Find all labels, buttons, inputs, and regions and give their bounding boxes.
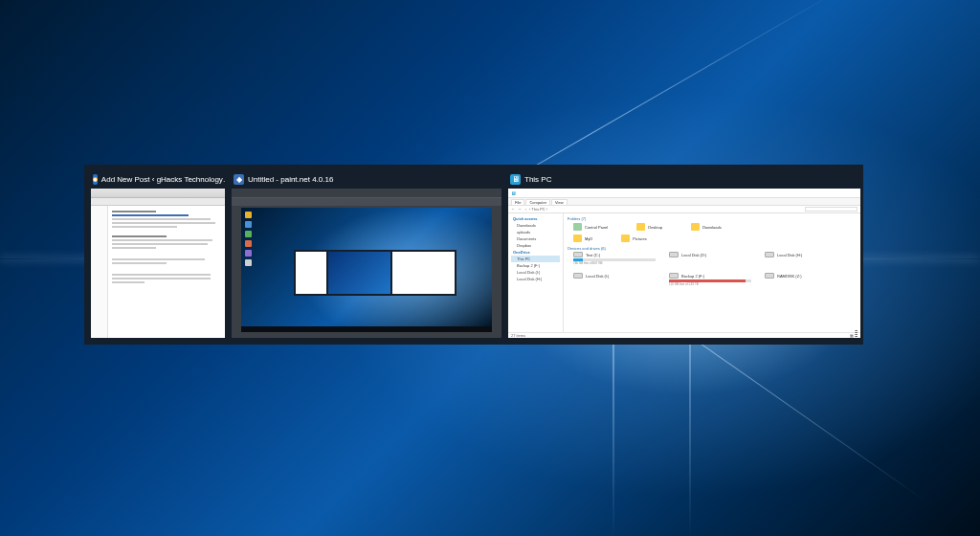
- drive-icon: [669, 273, 679, 279]
- drive-item[interactable]: Backup 2 (F:)125 GB free of 1.81 TB: [669, 273, 751, 286]
- breadcrumb[interactable]: › This PC ›: [529, 207, 802, 212]
- nav-item[interactable]: Local Disk (I:): [511, 269, 560, 276]
- drive-icon: [765, 252, 774, 257]
- folder-icon: [691, 223, 700, 231]
- folder-icon: [573, 234, 582, 242]
- drive-item[interactable]: Local Disk (H:): [765, 252, 847, 265]
- task-thumbnail-paintnet[interactable]: ◆ Untitled - paint.net 4.0.16: [232, 171, 501, 338]
- nav-up-icon[interactable]: ↑: [524, 207, 526, 212]
- drive-icon: [765, 273, 774, 279]
- drive-item[interactable]: Local Disk (I:): [573, 273, 656, 286]
- task-title: Add New Post ‹ gHacks Technology…: [101, 175, 225, 184]
- task-switcher: ● Add New Post ‹ gHacks Technology…: [84, 165, 863, 345]
- nav-item[interactable]: Dropbox: [511, 242, 560, 249]
- folder-item[interactable]: MyD: [573, 234, 592, 242]
- task-thumbnail-browser[interactable]: ● Add New Post ‹ gHacks Technology…: [91, 171, 225, 338]
- ribbon-tabs: File Computer View: [508, 198, 860, 206]
- nav-item[interactable]: Backup 2 (F:): [511, 262, 560, 269]
- nav-item[interactable]: OneDrive: [511, 249, 560, 256]
- task-preview: 🖥 File Computer View ← → ↑ › This PC › Q…: [508, 189, 860, 338]
- nav-item-thispc[interactable]: This PC: [511, 256, 560, 262]
- firefox-icon: ●: [93, 174, 98, 185]
- task-preview: [91, 189, 225, 338]
- nav-item[interactable]: Local Disk (H:): [511, 276, 560, 282]
- tab-file[interactable]: File: [511, 199, 524, 205]
- thispc-icon: 🖥: [511, 190, 516, 196]
- drive-icon: [573, 273, 583, 279]
- status-bar: 27 items ▦ ≣: [508, 332, 860, 338]
- tab-view[interactable]: View: [551, 199, 568, 205]
- folder-item[interactable]: Downloads: [691, 223, 722, 231]
- nav-item[interactable]: Documents: [511, 235, 560, 242]
- quick-access[interactable]: Quick access: [511, 215, 560, 222]
- status-count: 27 items: [511, 333, 525, 338]
- drive-icon: [573, 252, 583, 257]
- search-input[interactable]: [805, 207, 858, 212]
- drive-item[interactable]: Test (C:)746 GB free of 847 GB: [573, 252, 656, 265]
- task-thumbnail-explorer[interactable]: 🖥 This PC 🖥 File Computer View ← → ↑ › T…: [508, 171, 860, 338]
- paintnet-icon: ◆: [234, 174, 244, 185]
- nav-pane[interactable]: Quick access Downloads uploads Documents…: [508, 213, 564, 332]
- task-title: This PC: [524, 175, 551, 184]
- nav-back-icon[interactable]: ←: [511, 207, 515, 212]
- folder-icon: [621, 234, 630, 242]
- content-pane: Folders (7) Control Panel Desktop Downlo…: [564, 213, 860, 332]
- nav-fwd-icon[interactable]: →: [518, 207, 522, 212]
- section-folders[interactable]: Folders (7): [568, 216, 857, 221]
- controlpanel-icon: [573, 223, 582, 231]
- nav-item[interactable]: Downloads: [511, 222, 560, 229]
- view-icons[interactable]: ▦ ≣: [850, 333, 858, 338]
- folder-item[interactable]: Pictures: [621, 234, 646, 242]
- drive-icon: [669, 252, 679, 257]
- thispc-icon: 🖥: [510, 174, 521, 185]
- folder-item[interactable]: Desktop: [636, 223, 662, 231]
- task-preview: [232, 189, 501, 338]
- folder-item[interactable]: Control Panel: [573, 223, 608, 231]
- section-drives[interactable]: Devices and drives (6): [568, 246, 857, 251]
- folder-icon: [636, 223, 645, 231]
- tab-computer[interactable]: Computer: [525, 199, 550, 205]
- task-title: Untitled - paint.net 4.0.16: [248, 175, 333, 184]
- drive-item[interactable]: Local Disk (D:): [669, 252, 751, 265]
- nav-item[interactable]: uploads: [511, 229, 560, 235]
- drive-item[interactable]: RAMDISK (Z:): [765, 273, 847, 286]
